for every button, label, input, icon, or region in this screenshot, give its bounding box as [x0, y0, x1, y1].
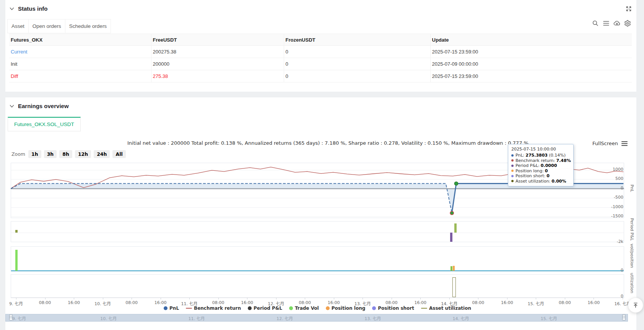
zoom-range-button[interactable]: 3h	[44, 150, 57, 158]
settings-gear-icon[interactable]	[624, 20, 631, 27]
x-axis-label: 16:00	[328, 300, 340, 305]
legend-label: Trade Vol	[295, 306, 319, 311]
section-title: Earnings overview	[18, 103, 69, 109]
tooltip-label: PnL:	[516, 153, 524, 158]
search-icon[interactable]	[592, 20, 599, 27]
x-axis-tick	[478, 298, 478, 299]
fullscreen-button[interactable]: FullScreen	[592, 141, 618, 146]
back-to-top-button[interactable]	[628, 298, 643, 313]
tab[interactable]: Schedule orders	[65, 19, 111, 33]
tooltip-label: Position short:	[516, 173, 545, 178]
navigator-label: 11. 七月	[189, 315, 205, 321]
legend-swatch-icon	[186, 308, 192, 309]
tooltip-row: PnL:275.3803 (0.14%)	[511, 153, 570, 158]
tooltip-value: 0	[546, 173, 550, 178]
table-header-row: Futures_OKXFreeUSDTFrozenUSDTUpdate	[9, 34, 632, 46]
series-dot-icon	[511, 175, 514, 177]
legend-item[interactable]: Period P&L	[248, 306, 282, 311]
navigator-right-handle[interactable]	[622, 314, 626, 320]
legend-item[interactable]: Position short	[372, 306, 414, 311]
axis-title-pnl: PnL	[629, 184, 634, 192]
legend-item[interactable]: Benchmark return	[186, 306, 241, 311]
cell-free-usdt: 200275.38	[151, 46, 284, 58]
zoom-range-button[interactable]: 8h	[59, 150, 72, 158]
tooltip-label: Benchmark return:	[516, 158, 555, 163]
tooltip-value: 0.0000	[541, 163, 557, 168]
zoom-range-button[interactable]: All	[112, 150, 125, 158]
legend-item[interactable]: Trade Vol	[289, 306, 319, 311]
legend-item[interactable]: PnL	[164, 306, 179, 311]
fullscreen-expand-icon[interactable]	[626, 6, 632, 12]
navigator-label: 9. 七月	[12, 315, 26, 321]
cell-frozen-usdt: 0	[284, 70, 430, 82]
tooltip-extra: (0.14%)	[548, 153, 566, 158]
x-axis-tick	[392, 298, 392, 299]
chart-menu-icon[interactable]	[621, 141, 628, 146]
x-axis-tick	[45, 298, 46, 299]
tooltip-row: Position long:0	[511, 168, 570, 174]
chart-legend: PnL Benchmark return Period P&L Trade Vo…	[11, 306, 624, 311]
legend-swatch-icon	[164, 306, 168, 310]
x-axis-tick	[74, 298, 74, 299]
x-axis-label: 08:00	[212, 300, 224, 305]
axis-title-period-pnl: Period P&L	[629, 218, 634, 241]
asset-table: Futures_OKXFreeUSDTFrozenUSDTUpdate Curr…	[9, 34, 632, 82]
row-label[interactable]: Current	[11, 49, 27, 55]
column-header: FreeUSDT	[151, 34, 284, 46]
tab[interactable]: Open orders	[28, 19, 65, 33]
period-axis-label: -2k	[617, 239, 623, 244]
tooltip-timestamp: 2025-07-15 10:00:00	[511, 147, 570, 152]
chart-bar	[15, 250, 18, 271]
zoom-range-button[interactable]: 12h	[75, 150, 91, 158]
pnl-axis-label: 500	[615, 176, 623, 181]
vol-axis-label: 0	[621, 268, 623, 273]
column-header: Futures_OKX	[9, 34, 151, 46]
legend-label: Benchmark return	[194, 306, 241, 311]
series-dot-icon	[511, 154, 514, 157]
cell-free-usdt: 200000	[151, 58, 284, 70]
chart-navigator[interactable]: 9. 七月10. 七月11. 七月12. 七月13. 七月14. 七月15. 七…	[5, 314, 628, 322]
series-dot-icon	[511, 165, 514, 167]
chevron-down-icon[interactable]	[10, 7, 14, 11]
x-axis-tick	[623, 298, 623, 299]
tooltip-label: Position long:	[516, 168, 544, 173]
zoom-range-button[interactable]: 1h	[28, 150, 41, 158]
legend-swatch-icon	[289, 306, 293, 310]
tab-futures-okx-sol-usdt[interactable]: Futures_OKX.SOL_USDT	[8, 117, 81, 131]
tooltip-label: Period P&L:	[516, 163, 540, 168]
x-axis-tick	[507, 298, 507, 299]
tooltip-label: Asset utilization:	[516, 179, 550, 184]
zoom-controls: Zoom 1h3h8h12h24hAll	[11, 150, 126, 158]
x-axis-tick	[565, 298, 565, 299]
cloud-download-icon[interactable]	[613, 20, 620, 27]
x-axis-tick	[334, 298, 334, 299]
table-toolbar	[592, 20, 631, 27]
util-axis-label: 0	[621, 294, 623, 299]
x-axis-tick	[420, 298, 421, 299]
navigator-label: 14. 七月	[453, 315, 469, 321]
series-dot-icon	[511, 159, 514, 162]
legend-label: Period P&L	[254, 306, 282, 311]
status-info-card: Status info AssetOpen ordersSchedule ord…	[5, 0, 636, 92]
table-row: Current 200275.38 0 2025-07-15 23:59:00	[9, 46, 632, 58]
chart-bar	[450, 233, 452, 242]
legend-item[interactable]: Position long	[326, 306, 366, 311]
x-axis-label: 08:00	[559, 300, 571, 305]
navigator-left-handle[interactable]	[9, 314, 13, 320]
x-axis-label: 08:00	[472, 300, 484, 305]
x-axis-tick	[132, 298, 132, 299]
legend-item[interactable]: Asset utilization	[421, 306, 471, 311]
x-axis-label: 16:00	[588, 300, 600, 305]
column-header: FrozenUSDT	[284, 34, 430, 46]
zoom-range-button[interactable]: 24h	[94, 150, 110, 158]
tooltip-row: Asset utilization:0.00%	[511, 179, 570, 184]
chevron-down-icon[interactable]	[10, 104, 14, 108]
menu-icon[interactable]	[603, 20, 610, 27]
row-label[interactable]: Diff	[11, 73, 18, 79]
row-label[interactable]: Init	[11, 61, 17, 67]
cell-update-time: 2025-07-09 00:00:00	[430, 58, 632, 70]
navigator-label: 13. 七月	[364, 315, 381, 321]
x-axis-tick	[103, 298, 103, 299]
tab[interactable]: Asset	[7, 19, 29, 33]
pnl-axis-label: 0	[621, 186, 623, 191]
